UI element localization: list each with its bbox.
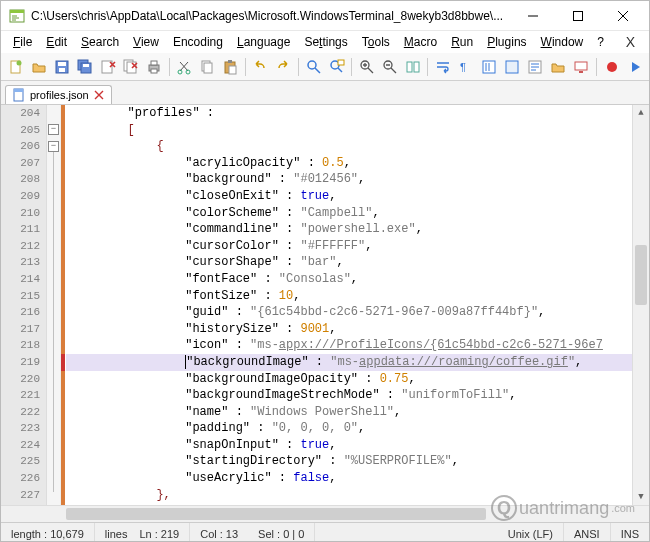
svg-rect-29 bbox=[407, 62, 412, 72]
sync-scroll-icon[interactable] bbox=[402, 56, 423, 78]
app-icon bbox=[9, 8, 25, 24]
print-icon[interactable] bbox=[144, 56, 165, 78]
fold-minus-icon[interactable]: − bbox=[48, 124, 59, 135]
tabbar: profiles.json bbox=[1, 81, 649, 105]
menubar: File Edit Search View Encoding Language … bbox=[1, 31, 649, 53]
status-sel: Sel : 0 | 0 bbox=[248, 523, 315, 542]
svg-point-24 bbox=[308, 61, 316, 69]
svg-rect-30 bbox=[414, 62, 419, 72]
minimize-button[interactable] bbox=[510, 2, 555, 30]
svg-rect-23 bbox=[229, 66, 236, 74]
svg-rect-33 bbox=[506, 61, 518, 73]
new-file-icon[interactable] bbox=[5, 56, 26, 78]
zoom-out-icon[interactable] bbox=[379, 56, 400, 78]
record-macro-icon[interactable] bbox=[601, 56, 622, 78]
scrollbar-thumb[interactable] bbox=[635, 245, 647, 305]
scroll-up-icon[interactable]: ▲ bbox=[633, 105, 649, 121]
close-file-icon[interactable] bbox=[97, 56, 118, 78]
zoom-in-icon[interactable] bbox=[356, 56, 377, 78]
status-length: length : 10,679 bbox=[1, 523, 95, 542]
svg-rect-35 bbox=[575, 62, 587, 70]
scrollbar-thumb[interactable] bbox=[66, 508, 486, 520]
close-all-icon[interactable] bbox=[120, 56, 141, 78]
find-icon[interactable] bbox=[303, 56, 324, 78]
status-insert-mode[interactable]: INS bbox=[611, 523, 649, 542]
svg-point-4 bbox=[16, 60, 21, 65]
play-macro-icon[interactable] bbox=[624, 56, 645, 78]
paste-icon[interactable] bbox=[220, 56, 241, 78]
titlebar: C:\Users\chris\AppData\Local\Packages\Mi… bbox=[1, 1, 649, 31]
undo-icon[interactable] bbox=[250, 56, 271, 78]
svg-point-37 bbox=[607, 62, 617, 72]
fold-column[interactable]: − − bbox=[47, 105, 61, 505]
status-eol[interactable]: Unix (LF) bbox=[498, 523, 564, 542]
toolbar: ¶ bbox=[1, 53, 649, 81]
status-col: Col : 13 bbox=[190, 523, 248, 542]
folder-icon[interactable] bbox=[548, 56, 569, 78]
menu-macro[interactable]: Macro bbox=[398, 33, 443, 51]
svg-rect-10 bbox=[83, 64, 89, 67]
window-title: C:\Users\chris\AppData\Local\Packages\Mi… bbox=[31, 9, 510, 23]
menu-language[interactable]: Language bbox=[231, 33, 296, 51]
svg-rect-1 bbox=[10, 10, 24, 13]
status-encoding[interactable]: ANSI bbox=[564, 523, 611, 542]
menu-window[interactable]: Window bbox=[535, 33, 590, 51]
horizontal-scrollbar[interactable] bbox=[66, 506, 632, 522]
open-file-icon[interactable] bbox=[28, 56, 49, 78]
line-number-gutter: 2042052062072082092102112122132142152162… bbox=[1, 105, 47, 505]
vertical-scrollbar[interactable]: ▲ ▼ bbox=[632, 105, 649, 505]
editor[interactable]: 2042052062072082092102112122132142152162… bbox=[1, 105, 649, 505]
svg-rect-39 bbox=[14, 89, 23, 92]
menu-help[interactable]: ? bbox=[591, 33, 610, 51]
menu-plugins[interactable]: Plugins bbox=[481, 33, 532, 51]
svg-rect-20 bbox=[204, 63, 212, 73]
menu-view[interactable]: View bbox=[127, 33, 165, 51]
save-icon[interactable] bbox=[51, 56, 72, 78]
wordwrap-icon[interactable] bbox=[432, 56, 453, 78]
code-area[interactable]: "profiles" : [ { "acrylicOpacity" : 0.5,… bbox=[66, 105, 632, 505]
show-all-chars-icon[interactable]: ¶ bbox=[455, 56, 476, 78]
menu-search[interactable]: Search bbox=[75, 33, 125, 51]
svg-rect-16 bbox=[151, 69, 157, 73]
svg-rect-22 bbox=[228, 60, 232, 63]
tab-close-icon[interactable] bbox=[93, 89, 105, 101]
tab-profiles-json[interactable]: profiles.json bbox=[5, 85, 112, 104]
replace-icon[interactable] bbox=[326, 56, 347, 78]
status-ln: Ln : 219 bbox=[129, 523, 190, 542]
status-lines: lines bbox=[95, 523, 130, 542]
menu-encoding[interactable]: Encoding bbox=[167, 33, 229, 51]
statusbar: length : 10,679 lines Ln : 219 Col : 13 … bbox=[1, 522, 649, 542]
copy-icon[interactable] bbox=[197, 56, 218, 78]
doc-map-icon[interactable] bbox=[502, 56, 523, 78]
menu-run[interactable]: Run bbox=[445, 33, 479, 51]
maximize-button[interactable] bbox=[555, 2, 600, 30]
file-icon bbox=[12, 88, 26, 102]
menu-tools[interactable]: Tools bbox=[356, 33, 396, 51]
scroll-down-icon[interactable]: ▼ bbox=[633, 489, 649, 505]
save-all-icon[interactable] bbox=[74, 56, 95, 78]
svg-rect-2 bbox=[573, 11, 582, 20]
redo-icon[interactable] bbox=[273, 56, 294, 78]
monitor-icon[interactable] bbox=[571, 56, 592, 78]
svg-rect-6 bbox=[58, 62, 66, 66]
indent-guide-icon[interactable] bbox=[479, 56, 500, 78]
tab-label: profiles.json bbox=[30, 89, 89, 101]
svg-text:¶: ¶ bbox=[460, 61, 466, 73]
func-list-icon[interactable] bbox=[525, 56, 546, 78]
svg-rect-36 bbox=[579, 71, 583, 73]
menu-edit[interactable]: Edit bbox=[40, 33, 73, 51]
svg-rect-15 bbox=[151, 61, 157, 65]
menu-file[interactable]: File bbox=[7, 33, 38, 51]
fold-minus-icon[interactable]: − bbox=[48, 141, 59, 152]
doc-close-x[interactable]: X bbox=[618, 34, 643, 50]
svg-rect-26 bbox=[338, 60, 344, 65]
menu-settings[interactable]: Settings bbox=[298, 33, 353, 51]
close-button[interactable] bbox=[600, 2, 645, 30]
cut-icon[interactable] bbox=[174, 56, 195, 78]
svg-rect-7 bbox=[59, 68, 65, 72]
